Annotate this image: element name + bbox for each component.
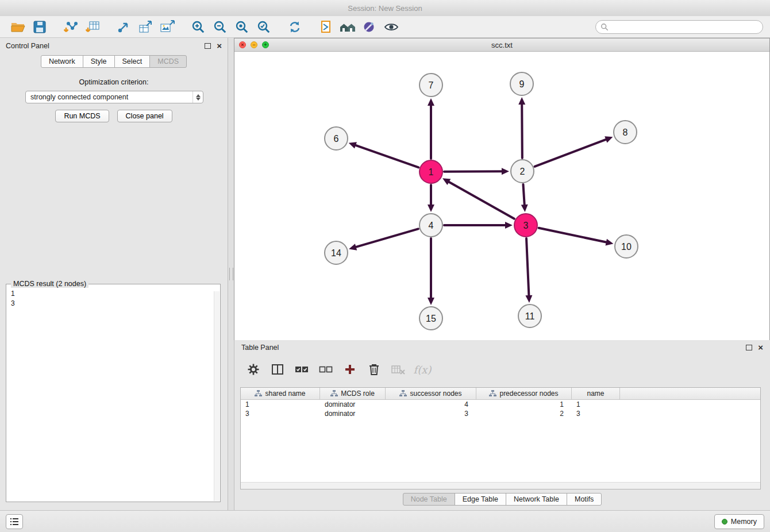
import-network-icon [64, 20, 78, 34]
edge-1-2[interactable] [444, 171, 502, 172]
node-label-14: 14 [331, 248, 341, 258]
edge-3-10[interactable] [539, 228, 606, 242]
network-canvas[interactable]: 7968124314101511 [234, 52, 769, 340]
window-title: Session: New Session [348, 4, 422, 13]
close-panel-button[interactable]: Close panel [117, 110, 172, 122]
cell-shared-name[interactable]: 3 [241, 410, 320, 418]
minimize-traffic-light[interactable]: − [251, 41, 257, 48]
cell-successor-nodes[interactable]: 4 [386, 400, 476, 408]
memory-button[interactable]: Memory [714, 514, 764, 529]
import-network-button[interactable] [60, 18, 82, 36]
delete-table-button[interactable] [391, 362, 406, 377]
zoom-out-button[interactable] [209, 18, 231, 36]
table-panel-title: Table Panel [241, 344, 279, 352]
edge-2-3[interactable] [523, 184, 524, 205]
column-header-name[interactable]: name [572, 388, 620, 399]
first-neighbors-button[interactable] [337, 18, 359, 36]
export-network-button[interactable] [113, 18, 134, 36]
column-header-shared-name[interactable]: shared name [241, 388, 320, 399]
close-traffic-light[interactable]: × [239, 41, 246, 48]
edge-2-9[interactable] [522, 105, 522, 158]
apply-style-button[interactable] [359, 18, 380, 36]
cell-mcds-role[interactable]: dominator [320, 410, 386, 418]
select-all-button[interactable] [294, 362, 309, 377]
deselect-all-button[interactable] [318, 362, 333, 377]
function-builder-button[interactable]: f(x) [415, 362, 430, 377]
float-panel-icon[interactable] [746, 345, 752, 350]
splitter-grip[interactable] [229, 268, 233, 280]
float-panel-icon[interactable] [205, 43, 211, 49]
cell-predecessor-nodes[interactable]: 1 [476, 400, 572, 408]
edge-3-1[interactable] [449, 182, 514, 219]
show-hide-button[interactable] [380, 18, 402, 36]
tab-mcds[interactable]: MCDS [149, 55, 187, 68]
column-header-mcds-role[interactable]: MCDS role [320, 388, 386, 399]
tab-edge-table[interactable]: Edge Table [455, 493, 506, 506]
arrowhead-4-14 [349, 244, 357, 250]
vertical-splitter[interactable] [228, 38, 234, 510]
mcds-result-list[interactable]: 1 3 [6, 284, 220, 309]
tab-network[interactable]: Network [41, 55, 83, 68]
main-toolbar [0, 16, 770, 38]
table-panel: Table Panel × [234, 340, 770, 510]
apply-layout-button[interactable] [284, 18, 306, 36]
tab-network-table[interactable]: Network Table [506, 493, 567, 506]
mcds-result-title: MCDS result (2 nodes) [11, 280, 88, 288]
edge-2-8[interactable] [535, 140, 606, 167]
import-table-button[interactable] [82, 18, 103, 36]
cell-predecessor-nodes[interactable]: 2 [476, 410, 572, 418]
zoom-selected-button[interactable] [253, 18, 275, 36]
tab-node-table[interactable]: Node Table [403, 493, 455, 506]
result-scrollbar[interactable] [214, 291, 220, 501]
tab-select[interactable]: Select [114, 55, 151, 68]
criterion-select[interactable]: strongly connected component [25, 91, 203, 103]
edge-3-11[interactable] [526, 238, 529, 295]
edge-4-14[interactable] [356, 229, 418, 247]
table-row[interactable]: 3 dominator 3 2 3 [241, 409, 760, 418]
column-header-successor-nodes[interactable]: successor nodes [386, 388, 476, 399]
combo-stepper-icon [192, 91, 203, 103]
column-header-predecessor-nodes[interactable]: predecessor nodes [476, 388, 572, 399]
zoom-in-icon [191, 20, 205, 34]
column-header-filler [620, 388, 760, 399]
node-label-3: 3 [523, 221, 529, 230]
cell-name[interactable]: 3 [572, 410, 620, 418]
export-table-button[interactable] [134, 18, 156, 36]
save-session-button[interactable] [29, 18, 51, 36]
table-horizontal-scrollbar[interactable] [241, 482, 760, 489]
close-panel-icon[interactable]: × [758, 345, 763, 350]
table-row[interactable]: 1 dominator 4 1 1 [241, 400, 760, 409]
save-floppy-icon [33, 20, 47, 34]
show-columns-button[interactable] [270, 362, 285, 377]
cell-mcds-role[interactable]: dominator [320, 400, 386, 408]
window-titlebar[interactable]: Session: New Session [0, 0, 770, 17]
new-network-from-selection-button[interactable] [315, 18, 337, 36]
run-mcds-button[interactable]: Run MCDS [55, 110, 109, 122]
cell-name[interactable]: 1 [572, 400, 620, 408]
zoom-fit-button[interactable] [231, 18, 253, 36]
arrowhead-4-3 [505, 222, 513, 229]
task-history-button[interactable] [6, 514, 23, 529]
tab-motifs[interactable]: Motifs [567, 493, 602, 506]
zoom-in-button[interactable] [187, 18, 209, 36]
close-panel-icon[interactable]: × [217, 43, 222, 49]
result-item[interactable]: 1 [11, 289, 220, 299]
search-input[interactable] [609, 22, 758, 32]
maximize-traffic-light[interactable]: + [262, 41, 269, 48]
export-image-button[interactable] [156, 18, 178, 36]
refresh-icon [288, 20, 302, 34]
cell-successor-nodes[interactable]: 3 [386, 410, 476, 418]
edge-1-6[interactable] [356, 145, 418, 167]
tab-style[interactable]: Style [83, 55, 115, 68]
table-settings-button[interactable] [246, 362, 261, 377]
node-label-2: 2 [520, 167, 525, 176]
cell-shared-name[interactable]: 1 [241, 400, 320, 408]
delete-column-button[interactable] [367, 362, 382, 377]
arrowhead-1-7 [428, 98, 434, 106]
network-window-titlebar[interactable]: × − + scc.txt [234, 38, 769, 52]
create-column-button[interactable] [342, 362, 357, 377]
node-label-8: 8 [623, 128, 628, 137]
result-item[interactable]: 3 [11, 299, 220, 309]
export-network-icon [117, 20, 130, 34]
open-session-button[interactable] [7, 18, 29, 36]
